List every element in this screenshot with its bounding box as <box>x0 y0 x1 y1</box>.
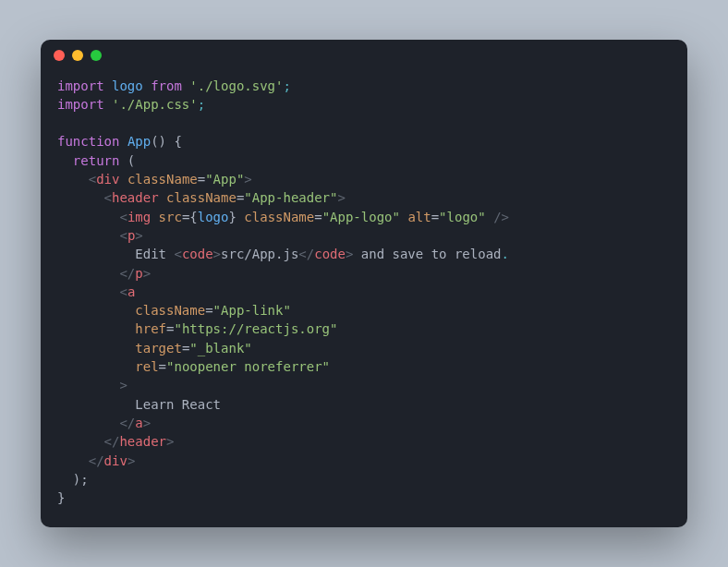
token-pun <box>159 190 166 205</box>
token-sc: ; <box>283 78 290 93</box>
token-pun <box>57 210 119 224</box>
token-attr: className <box>244 210 314 224</box>
token-kw: import <box>57 97 104 112</box>
token-pun <box>57 153 73 168</box>
token-ang: > <box>127 453 135 468</box>
token-ang: </ <box>119 416 135 430</box>
token-pun: = <box>205 303 212 318</box>
token-ang: > <box>135 228 142 243</box>
close-icon[interactable] <box>54 50 65 61</box>
token-tag: img <box>127 210 151 224</box>
token-pun: ={ <box>182 210 198 224</box>
token-attr: href <box>135 321 166 336</box>
token-kw: return <box>73 153 120 168</box>
token-kw: function <box>57 134 119 149</box>
token-attr: className <box>166 190 237 205</box>
token-tag: div <box>104 453 127 468</box>
token-pun <box>57 341 135 356</box>
token-attr: src <box>159 210 182 224</box>
token-ang: > <box>143 266 151 281</box>
token-kw: import <box>57 78 104 93</box>
token-tag: code <box>182 247 213 261</box>
token-pun: = <box>198 172 205 187</box>
token-pun: = <box>314 210 322 224</box>
token-fn: App <box>127 134 151 149</box>
token-str: "logo" <box>439 210 486 224</box>
token-pun <box>104 97 112 112</box>
token-ang: </ <box>119 266 135 281</box>
token-pun <box>57 321 135 336</box>
token-ang: </ <box>104 434 120 449</box>
token-pun <box>57 359 135 374</box>
token-pun <box>57 266 119 281</box>
token-pun: } <box>57 490 65 505</box>
zoom-icon[interactable] <box>91 50 102 61</box>
token-str: "App" <box>205 172 244 187</box>
token-pun <box>57 397 135 412</box>
token-ang: > <box>143 416 151 430</box>
token-pun <box>151 210 158 224</box>
token-str: "App-header" <box>244 190 337 205</box>
window-titlebar <box>41 40 687 71</box>
token-pun <box>119 134 127 149</box>
token-sc: ; <box>198 97 205 112</box>
token-txt: Learn React <box>135 397 221 412</box>
token-kw: from <box>151 78 182 93</box>
token-fn: logo <box>112 78 143 93</box>
minimize-icon[interactable] <box>72 50 83 61</box>
token-str: "_blank" <box>189 341 251 356</box>
token-attr: className <box>135 303 205 318</box>
token-ang: </ <box>298 247 314 261</box>
token-tag: code <box>314 247 346 261</box>
token-attr: className <box>127 172 198 187</box>
code-window: import logo from './logo.svg'; import '.… <box>41 40 687 528</box>
token-ang: /> <box>493 210 509 224</box>
token-tag: a <box>127 284 135 299</box>
token-ang: < <box>119 228 127 243</box>
token-ang: > <box>213 247 221 261</box>
token-pun <box>57 247 135 261</box>
token-attr: rel <box>135 359 158 374</box>
token-pun: ( <box>119 153 135 168</box>
token-pun: () { <box>151 134 182 149</box>
token-pun: } <box>228 210 244 224</box>
token-tag: header <box>112 190 159 205</box>
token-pun <box>57 434 104 449</box>
token-pun <box>57 453 89 468</box>
token-pun: = <box>159 359 166 374</box>
token-ang: > <box>337 190 345 205</box>
token-str: "noopener noreferrer" <box>166 359 330 374</box>
token-ang: < <box>174 247 181 261</box>
token-pun: = <box>431 210 439 224</box>
token-pun <box>486 210 493 224</box>
token-txt: and save to reload <box>353 247 501 261</box>
token-ang: < <box>104 190 112 205</box>
token-attr: alt <box>407 210 431 224</box>
token-tag: header <box>119 434 166 449</box>
token-tag: a <box>135 416 142 430</box>
token-tag: div <box>96 172 119 187</box>
token-txt: src/App.js <box>221 247 298 261</box>
token-attr: target <box>135 341 182 356</box>
token-ang: > <box>119 378 127 392</box>
token-ang: > <box>166 434 174 449</box>
token-ang: < <box>119 210 127 224</box>
token-pun: ); <box>57 472 89 487</box>
token-str: "App-logo" <box>322 210 400 224</box>
token-ang: > <box>244 172 251 187</box>
token-pun <box>57 303 135 318</box>
token-str: "https://reactjs.org" <box>174 321 337 336</box>
token-ang: < <box>89 172 96 187</box>
token-tag: p <box>135 266 142 281</box>
token-sc: . <box>502 247 509 261</box>
token-pun <box>57 228 119 243</box>
token-pun <box>119 172 127 187</box>
token-pun <box>57 190 104 205</box>
token-str: './logo.svg' <box>189 78 283 93</box>
token-pun <box>57 284 119 299</box>
code-editor[interactable]: import logo from './logo.svg'; import '.… <box>41 71 687 528</box>
token-fn: logo <box>198 210 229 224</box>
token-pun <box>143 78 151 93</box>
token-ang: </ <box>89 453 104 468</box>
token-pun <box>104 78 112 93</box>
